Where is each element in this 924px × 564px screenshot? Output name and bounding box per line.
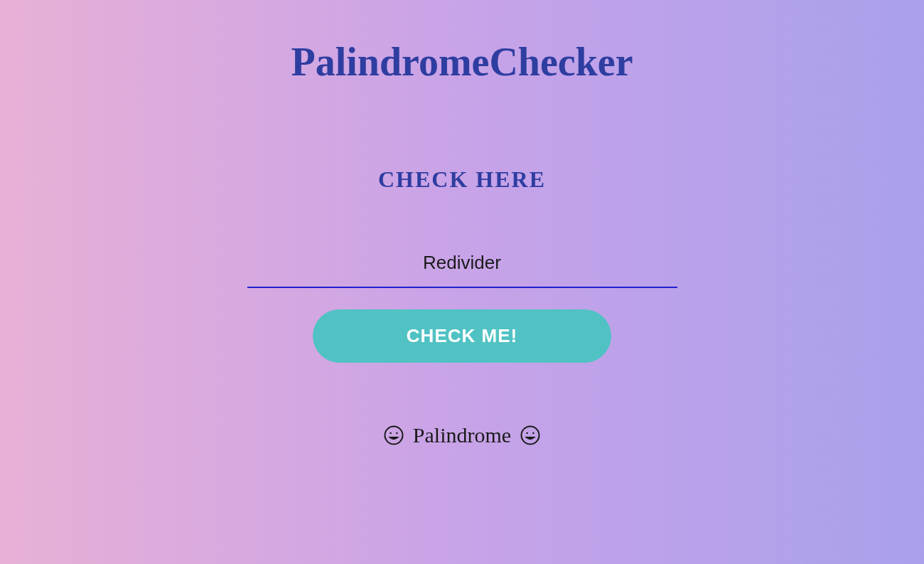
svg-point-4: [527, 432, 529, 435]
section-heading: CHECK HERE: [378, 166, 546, 193]
smile-icon: [520, 425, 541, 446]
svg-point-2: [396, 432, 398, 435]
svg-point-1: [390, 432, 392, 435]
svg-point-3: [522, 427, 539, 445]
result-text: Palindrome: [413, 423, 511, 447]
palindrome-input[interactable]: [247, 246, 677, 288]
smile-icon: [383, 425, 404, 446]
check-button[interactable]: CHECK ME!: [313, 309, 611, 363]
result-message: Palindrome: [383, 423, 541, 447]
svg-point-5: [532, 432, 534, 435]
svg-point-0: [385, 427, 402, 445]
app-title: PalindromeChecker: [291, 39, 633, 85]
